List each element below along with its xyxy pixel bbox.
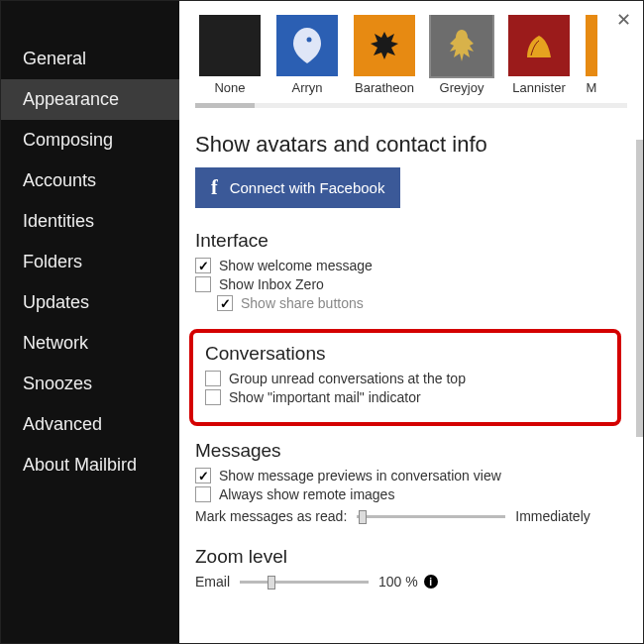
connect-facebook-button[interactable]: f Connect with Facebook bbox=[195, 167, 400, 208]
sidebar-label: About Mailbird bbox=[23, 455, 137, 475]
theme-more[interactable]: M bbox=[582, 15, 601, 95]
sidebar-label: Advanced bbox=[23, 414, 102, 434]
sidebar-item-appearance[interactable]: Appearance bbox=[1, 79, 179, 120]
sidebar-item-snoozes[interactable]: Snoozes bbox=[1, 364, 179, 404]
theme-none[interactable]: None bbox=[195, 15, 265, 95]
sidebar-item-accounts[interactable]: Accounts bbox=[1, 161, 179, 201]
zoom-title: Zoom level bbox=[195, 546, 627, 568]
interface-title: Interface bbox=[195, 230, 627, 252]
sidebar-label: Folders bbox=[23, 252, 82, 271]
checkbox-important-indicator[interactable]: Show "important mail" indicator bbox=[205, 389, 605, 405]
checkbox-icon bbox=[195, 276, 211, 292]
sidebar-label: Network bbox=[23, 333, 88, 353]
theme-label: M bbox=[587, 80, 597, 95]
mark-read-row: Mark messages as read: Immediately bbox=[195, 508, 627, 524]
theme-greyjoy[interactable]: Greyjoy bbox=[427, 15, 496, 95]
baratheon-icon bbox=[363, 24, 406, 67]
sidebar-label: Snoozes bbox=[23, 374, 92, 393]
theme-baratheon[interactable]: Baratheon bbox=[350, 15, 419, 95]
slider-thumb[interactable] bbox=[268, 576, 275, 590]
checkbox-message-previews[interactable]: Show message previews in conversation vi… bbox=[195, 468, 627, 483]
svg-point-0 bbox=[307, 38, 312, 43]
info-icon[interactable]: i bbox=[424, 575, 438, 589]
sidebar-label: Appearance bbox=[23, 89, 119, 109]
theme-arryn[interactable]: Arryn bbox=[272, 15, 342, 95]
theme-lannister[interactable]: Lannister bbox=[504, 15, 574, 95]
theme-picker: None Arryn Baratheon Greyjoy bbox=[195, 15, 627, 99]
settings-sidebar: General Appearance Composing Accounts Id… bbox=[1, 1, 179, 643]
settings-panel: ✕ None Arryn Baratheon bbox=[179, 1, 643, 643]
mark-read-value: Immediately bbox=[515, 508, 590, 524]
checkbox-label: Show message previews in conversation vi… bbox=[219, 468, 501, 483]
theme-label: Greyjoy bbox=[440, 80, 484, 95]
theme-label: Baratheon bbox=[355, 80, 414, 95]
conversations-title: Conversations bbox=[205, 343, 605, 365]
greyjoy-icon bbox=[440, 24, 483, 67]
checkbox-icon bbox=[195, 258, 211, 273]
sidebar-label: Composing bbox=[23, 130, 113, 150]
scrollbar-thumb[interactable] bbox=[636, 140, 643, 437]
sidebar-label: Identities bbox=[23, 211, 94, 231]
checkbox-icon bbox=[217, 295, 233, 311]
sidebar-item-advanced[interactable]: Advanced bbox=[1, 404, 179, 445]
facebook-icon: f bbox=[211, 176, 218, 199]
messages-title: Messages bbox=[195, 440, 627, 462]
conversations-highlight: Conversations Group unread conversations… bbox=[189, 329, 621, 426]
sidebar-item-composing[interactable]: Composing bbox=[1, 120, 179, 161]
checkbox-label: Show "important mail" indicator bbox=[229, 389, 421, 405]
zoom-email-slider[interactable] bbox=[240, 575, 369, 589]
sidebar-item-general[interactable]: General bbox=[1, 39, 179, 79]
facebook-button-label: Connect with Facebook bbox=[230, 179, 385, 196]
checkbox-share-buttons[interactable]: Show share buttons bbox=[217, 295, 627, 311]
zoom-email-row: Email 100 % i bbox=[195, 574, 627, 590]
theme-label: Lannister bbox=[512, 80, 565, 95]
slider-thumb[interactable] bbox=[359, 510, 367, 524]
zoom-email-value: 100 % bbox=[378, 574, 418, 590]
mark-read-slider[interactable] bbox=[357, 509, 505, 523]
checkbox-label: Show Inbox Zero bbox=[219, 276, 324, 292]
checkbox-icon bbox=[205, 389, 221, 405]
mark-read-label: Mark messages as read: bbox=[195, 508, 347, 524]
checkbox-inbox-zero[interactable]: Show Inbox Zero bbox=[195, 276, 627, 292]
checkbox-remote-images[interactable]: Always show remote images bbox=[195, 486, 627, 502]
sidebar-item-folders[interactable]: Folders bbox=[1, 242, 179, 282]
checkbox-welcome[interactable]: Show welcome message bbox=[195, 258, 627, 273]
checkbox-group-unread[interactable]: Group unread conversations at the top bbox=[205, 371, 605, 386]
sidebar-item-updates[interactable]: Updates bbox=[1, 282, 179, 323]
theme-hscroll-thumb[interactable] bbox=[195, 103, 255, 108]
avatars-title: Show avatars and contact info bbox=[195, 132, 627, 158]
arryn-icon bbox=[285, 24, 329, 67]
zoom-email-label: Email bbox=[195, 574, 230, 590]
theme-label: None bbox=[214, 80, 245, 95]
checkbox-label: Always show remote images bbox=[219, 486, 394, 502]
theme-label: Arryn bbox=[291, 80, 322, 95]
sidebar-label: General bbox=[23, 49, 86, 68]
checkbox-icon bbox=[195, 486, 211, 502]
sidebar-label: Accounts bbox=[23, 170, 96, 190]
sidebar-item-network[interactable]: Network bbox=[1, 323, 179, 364]
checkbox-icon bbox=[205, 371, 221, 386]
sidebar-item-identities[interactable]: Identities bbox=[1, 201, 179, 242]
vertical-scrollbar[interactable] bbox=[636, 140, 643, 643]
theme-hscrollbar[interactable] bbox=[195, 103, 627, 108]
lannister-icon bbox=[517, 24, 561, 67]
checkbox-label: Show share buttons bbox=[241, 295, 364, 311]
checkbox-icon bbox=[195, 468, 211, 483]
sidebar-label: Updates bbox=[23, 292, 89, 312]
close-button[interactable]: ✕ bbox=[616, 9, 631, 31]
sidebar-item-about[interactable]: About Mailbird bbox=[1, 445, 179, 485]
checkbox-label: Group unread conversations at the top bbox=[229, 371, 466, 386]
checkbox-label: Show welcome message bbox=[219, 258, 373, 273]
